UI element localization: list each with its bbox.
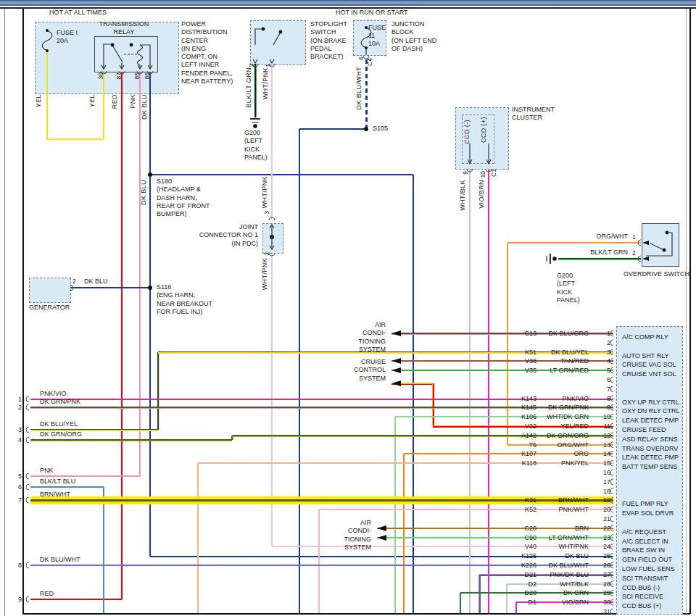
left-row-3-color: DK BLU/YEL xyxy=(40,420,78,428)
left-row-2-color: DK GRN/PNK xyxy=(40,398,80,405)
pin-23-wire-color: LT GRN/WHT xyxy=(540,534,589,541)
pin-20-number: 20 xyxy=(593,506,610,513)
pin-2-number: 2 xyxy=(593,339,610,346)
pin-27-circuit-id: D21 xyxy=(500,571,536,578)
vlab-pdc-wires-2: RED xyxy=(111,94,118,109)
pin-13-function: TRANS OVERDRV xyxy=(622,445,680,452)
pin-23-function: A/C SELECT IN xyxy=(622,538,680,545)
pin-1-circuit-id: C13 xyxy=(500,330,536,337)
arrow-ac-comp xyxy=(392,330,401,336)
junction-dot xyxy=(46,49,49,52)
s180-label: S180 (HEADLAMP & DASH HARN, REAR OF FRON… xyxy=(157,178,210,218)
pin-11-wire-color: YEL/RED xyxy=(540,423,589,430)
arrow-overdrive-pin1 xyxy=(642,241,649,245)
hot-in-run-label: HOT IN RUN OR START xyxy=(336,9,408,17)
pin-14-number: 14 xyxy=(593,450,610,457)
left-row-7-color: BRN/WHT xyxy=(40,491,70,498)
pin-4-number: 4 xyxy=(593,357,610,365)
pin-26-function: LOW FUEL SENS xyxy=(622,565,680,573)
vlab-cluster-signals-1: CCD (+) xyxy=(480,117,487,143)
pin-27-number: 27 xyxy=(593,571,610,578)
pin-19-number: 19 xyxy=(593,496,610,504)
vnum-junction-conn: C4 xyxy=(366,58,373,66)
pin-22-number: 22 xyxy=(593,525,610,532)
left-row-6-color: BLK/LT BLU xyxy=(40,478,75,485)
vlab-pdc-wires-1: YEL xyxy=(88,94,96,107)
fuse1-label: FUSE I 20A xyxy=(57,29,78,46)
s116-label: S116 (ENG HARN, NEAR BREAKOUT FOR FUEL I… xyxy=(157,283,212,316)
arrow-ac-select xyxy=(377,535,386,541)
junction-dot xyxy=(111,43,115,47)
g200-label-b: G200 (LEFT KICK PANEL) xyxy=(557,272,580,304)
arrow-overdrive-pin2 xyxy=(642,257,649,261)
pin-5-circuit-id: V35 xyxy=(500,367,536,374)
vnum-cluster-conn: C1 xyxy=(490,169,497,177)
pin-24-number: 24 xyxy=(593,543,610,550)
instrument-cluster-title: INSTRUMENT CLUSTER xyxy=(512,106,555,122)
left-row-9-color: RED xyxy=(40,590,54,597)
pin-28-wire-color: WHT/BLK xyxy=(540,580,589,588)
overdrive-pin2: 2 xyxy=(632,249,636,257)
pin-6-number: 6 xyxy=(593,376,610,383)
pin-4-function: CRUISE VAC SOL xyxy=(622,361,680,368)
vlab-stoplight-wires-0: BLK/LT GRN xyxy=(245,67,252,108)
junction-dot xyxy=(148,172,152,177)
pin-30-function: CCD BUS (+) xyxy=(622,602,680,609)
junction-dot xyxy=(365,26,368,29)
pin-9-circuit-id: K145 xyxy=(500,404,536,411)
pin-19-circuit-id: K31 xyxy=(500,496,536,504)
left-row-8-number: 8 xyxy=(12,562,22,569)
vnum-junction-pin: 6 xyxy=(357,57,365,60)
pin-9-wire-color: DK GRN/PNK xyxy=(540,404,589,411)
junction-dot xyxy=(365,46,368,49)
pin-11-number: 11 xyxy=(593,423,610,430)
vlab-joint-wire_top: WHT/PNK xyxy=(261,176,268,208)
overdrive-switch-title: OVERDRIVE SWITCH xyxy=(624,270,689,278)
generator-wire-label: DK BLU xyxy=(84,278,108,286)
pin-3-number: 3 xyxy=(593,349,610,356)
pin-1-wire-color: DK BLU/ORG xyxy=(540,330,589,337)
junction-dot xyxy=(130,43,133,47)
left-row-1-color: PNK/VIO xyxy=(40,390,67,397)
pin-31-number: 31 xyxy=(593,608,610,615)
pin-29-wire-color: DK GRN xyxy=(540,589,589,596)
wiring-diagram-page: HOT AT ALL TIMES TRANSMISSION RELAY FUSE… xyxy=(0,0,696,616)
pin-15-number: 15 xyxy=(593,459,610,467)
pin-25-number: 25 xyxy=(593,552,610,559)
pin-3-circuit-id: K51 xyxy=(500,349,536,356)
pin-27-wire-color: PNK/DK BLU xyxy=(540,571,589,578)
pin-8-function: OXY UP RLY CTRL xyxy=(622,399,680,406)
pin-13-number: 13 xyxy=(593,441,610,449)
pin-29-number: 29 xyxy=(593,589,610,596)
hot-at-all-times-label: HOT AT ALL TIMES xyxy=(49,9,107,17)
pin-4-circuit-id: V36 xyxy=(500,357,536,365)
pin-3-wire-color: DK BLU/YEL xyxy=(540,349,589,356)
vnum-joint-pin_top: 3 xyxy=(263,211,270,215)
ac-system-label-2: AIR CONDI- TIONING SYSTEM xyxy=(313,519,371,552)
g200-label-a: G200 (LEFT KICK PANEL) xyxy=(244,129,268,162)
pin-29-function: SCI RECEIVE xyxy=(622,593,680,600)
pin-9-number: 9 xyxy=(593,404,610,411)
pin-1-function: A/C COMP RLY xyxy=(622,333,680,341)
pin-16-number: 16 xyxy=(593,469,610,476)
junction-dot xyxy=(46,29,49,32)
pin-10-number: 10 xyxy=(593,413,610,420)
left-row-7-number: 7 xyxy=(12,496,22,504)
left-row-4-color: DK GRN/ORG xyxy=(40,430,82,438)
vnum-pdc-pins-3: 86 xyxy=(144,72,151,79)
pin-12-circuit-id: A142 xyxy=(500,432,536,439)
pin-5-number: 5 xyxy=(593,367,610,374)
pin-26-number: 26 xyxy=(593,562,610,569)
pin-11-circuit-id: V32 xyxy=(500,423,536,430)
s105-label: S105 xyxy=(373,125,388,133)
vnum-pdc-pins-1: 87 xyxy=(115,72,123,79)
pin-23-circuit-id: C90 xyxy=(500,534,536,541)
pin-26-circuit-id: K226 xyxy=(500,562,536,569)
left-row-2-number: 2 xyxy=(12,404,22,411)
pin-8-wire-color: PNK/VIO xyxy=(540,395,589,402)
pin-11-function: CRUISE FEED xyxy=(622,426,680,433)
pdc-note: POWER DISTRIBUTION CENTER (IN ENG COMPT,… xyxy=(181,20,233,86)
pin-20-circuit-id: K52 xyxy=(500,506,536,513)
pin-25-circuit-id: K125 xyxy=(500,552,536,559)
pin-4-wire-color: TAN/RED xyxy=(540,357,589,365)
